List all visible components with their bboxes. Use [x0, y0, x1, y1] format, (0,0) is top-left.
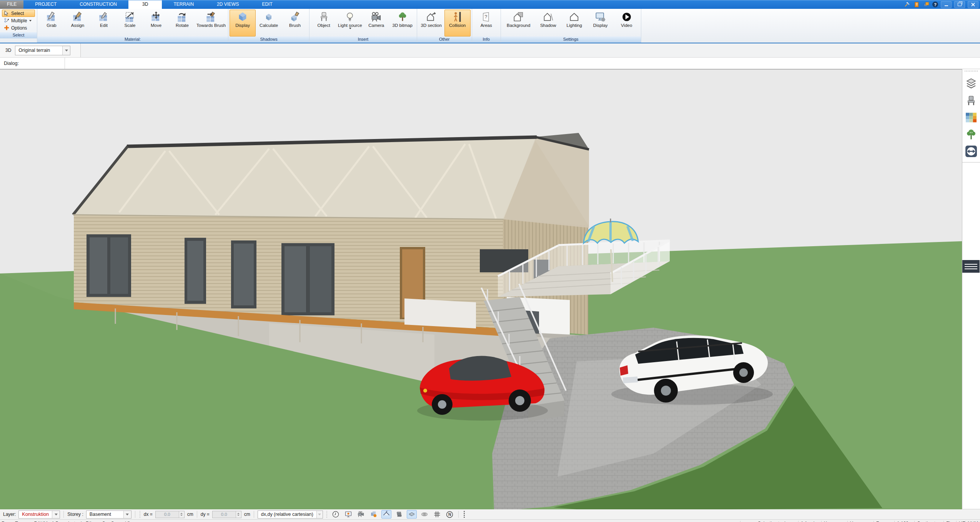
- grab-button[interactable]: Grab: [38, 10, 65, 36]
- options-button[interactable]: Options: [2, 24, 35, 31]
- terrain-plate-icon[interactable]: [407, 510, 417, 519]
- storey-label: Storey :: [67, 512, 83, 517]
- edit-icon: [98, 11, 109, 23]
- panel-toggle-handle[interactable]: [962, 260, 980, 273]
- insert-camera-button[interactable]: Camera: [363, 10, 389, 36]
- move-button[interactable]: Move: [143, 10, 169, 36]
- multiple-select-button[interactable]: Multiple: [2, 17, 35, 24]
- grid-icon[interactable]: [432, 510, 442, 519]
- group-label-other: Other: [417, 36, 472, 43]
- furniture-catalog-icon[interactable]: [965, 94, 978, 107]
- lighting-house-icon: [569, 11, 580, 23]
- dx-spinner[interactable]: [179, 511, 184, 518]
- toolbar-overflow-handle[interactable]: [464, 511, 465, 518]
- dialog-label: Dialog:: [0, 58, 65, 69]
- chevron-down-icon[interactable]: [52, 511, 60, 518]
- play-icon: [622, 11, 632, 23]
- bricks-icon[interactable]: [394, 510, 404, 519]
- insert-object-button[interactable]: Object: [311, 10, 337, 36]
- roof-display-icon[interactable]: [381, 510, 391, 519]
- edit-button[interactable]: Edit: [91, 10, 117, 36]
- shadows-display-button[interactable]: Display: [230, 10, 256, 36]
- dy-spinner[interactable]: [236, 511, 241, 518]
- dx-input[interactable]: 0.0: [155, 511, 185, 518]
- coordinate-mode-dropdown[interactable]: dx,dy (relative cartesian): [258, 510, 323, 519]
- svg-text:N: N: [448, 512, 451, 517]
- layer-dropdown[interactable]: Konstruktion: [18, 510, 60, 519]
- lighting-button[interactable]: Lighting: [561, 10, 587, 36]
- insert-3d-bitmap-button[interactable]: 3D bitmap: [389, 10, 416, 36]
- roof: [73, 133, 589, 228]
- minimize-button[interactable]: [941, 1, 952, 8]
- help-icon[interactable]: ?: [932, 2, 938, 7]
- layout-cards-icon[interactable]: [923, 2, 930, 8]
- tools-icon[interactable]: [903, 2, 910, 8]
- layers-icon[interactable]: [965, 78, 978, 90]
- rotate-button[interactable]: Rotate: [169, 10, 195, 36]
- contour-lines-icon[interactable]: [419, 510, 429, 519]
- shadows-brush-button[interactable]: Brush: [282, 10, 308, 36]
- sidebar-grip[interactable]: [965, 71, 978, 75]
- right-sidebar: [962, 69, 980, 509]
- dialog-row: Dialog:: [0, 58, 980, 69]
- tab-construction[interactable]: CONSTRUCTION: [68, 0, 128, 9]
- 3d-section-button[interactable]: 3D section: [418, 10, 444, 36]
- chevron-down-icon: [316, 511, 323, 518]
- plus-icon: [4, 25, 10, 31]
- section-house-icon: [426, 11, 437, 23]
- select-tool-button[interactable]: Select: [2, 10, 35, 17]
- chevron-down-icon[interactable]: [62, 46, 70, 55]
- close-button[interactable]: [968, 1, 978, 8]
- collision-button[interactable]: Collision: [444, 10, 471, 36]
- 3d-viewport[interactable]: [0, 69, 962, 509]
- ribbon-group-other: 3D section Collision Other: [417, 9, 472, 43]
- materials-palette-icon[interactable]: [965, 111, 978, 124]
- shadows-calculate-button[interactable]: Calculate: [256, 10, 282, 36]
- shadow-button[interactable]: Shadow: [535, 10, 561, 36]
- layers-object-icon[interactable]: [369, 510, 379, 519]
- bottom-toolbar: Layer: Konstruktion Storey : Basement dx…: [0, 509, 980, 519]
- remote-support-icon[interactable]: [965, 145, 978, 157]
- ribbon-group-info: ?Areas Info: [472, 9, 501, 43]
- video-button[interactable]: Video: [614, 10, 640, 36]
- storey-dropdown[interactable]: Basement: [86, 510, 131, 519]
- clock-icon[interactable]: [331, 510, 341, 519]
- tab-edit[interactable]: EDIT: [250, 0, 284, 9]
- vegetation-icon[interactable]: [965, 128, 978, 141]
- rotate-icon: [177, 11, 188, 23]
- grab-icon: [46, 11, 57, 23]
- insert-light-source-button[interactable]: Light source: [337, 10, 363, 36]
- cursor-arrow-icon: [4, 10, 10, 16]
- dy-input[interactable]: 0.0: [212, 511, 241, 518]
- background-button[interactable]: Background: [502, 10, 535, 36]
- view-selector-dropdown[interactable]: Original terrain: [15, 46, 70, 55]
- tab-2d-views[interactable]: 2D VIEWS: [205, 0, 250, 9]
- camera-path-icon[interactable]: [356, 510, 366, 519]
- north-compass-icon[interactable]: N: [445, 510, 455, 519]
- chevron-down-icon[interactable]: [123, 511, 131, 518]
- towards-brush-button[interactable]: Towards Brush: [195, 10, 227, 36]
- assign-button[interactable]: Assign: [65, 10, 91, 36]
- group-label-insert: Insert: [309, 36, 417, 43]
- ribbon-group-select: Select Multiple Options Select: [0, 9, 37, 43]
- restore-button[interactable]: [954, 1, 965, 8]
- tab-terrain[interactable]: TERRAIN: [162, 0, 205, 9]
- ribbon-group-insert: Object Light source Camera 3D bitmap Ins…: [309, 9, 417, 43]
- scale-button[interactable]: Scale: [117, 10, 143, 36]
- notebook-icon[interactable]: [913, 2, 920, 8]
- monitor-gear-icon: [595, 11, 606, 23]
- display-settings-button[interactable]: Display: [587, 10, 614, 36]
- tab-project[interactable]: PROJECT: [23, 0, 68, 9]
- dy-label: dy =: [201, 512, 210, 517]
- tab-3d[interactable]: 3D: [128, 0, 162, 9]
- chair-icon: [318, 11, 329, 23]
- camera-icon: [371, 11, 382, 23]
- assign-icon: [72, 11, 83, 23]
- cube-brush-icon: [290, 11, 300, 23]
- monitor-star-icon[interactable]: [343, 510, 353, 519]
- collision-person-icon: [452, 11, 463, 23]
- dropdown-arrow-icon: [29, 20, 32, 22]
- areas-button[interactable]: ?Areas: [473, 10, 499, 36]
- roof-front-plane: [73, 137, 536, 219]
- tab-file[interactable]: FILE: [0, 0, 23, 9]
